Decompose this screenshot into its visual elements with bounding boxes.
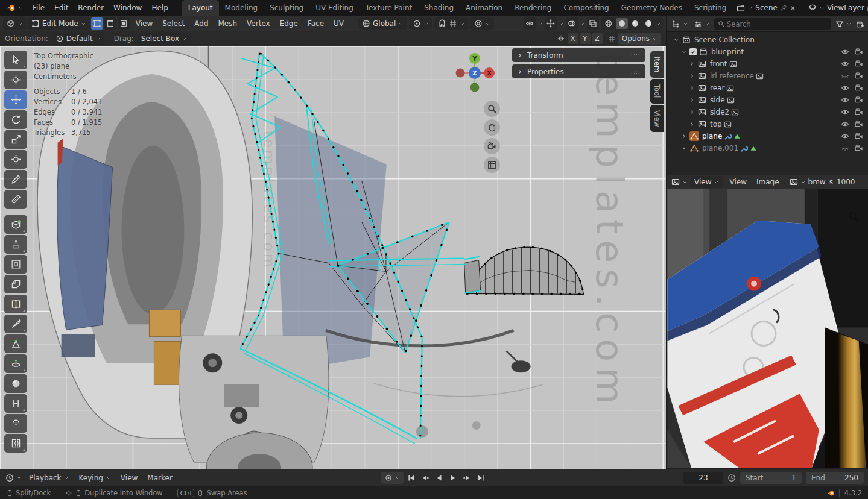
tool-measure[interactable] bbox=[4, 190, 27, 209]
eye-closed-icon[interactable] bbox=[841, 72, 849, 80]
render-visibility-icon[interactable] bbox=[855, 108, 863, 116]
tool-extrude[interactable] bbox=[4, 235, 27, 254]
outliner-filter-button[interactable] bbox=[834, 18, 853, 30]
eye-closed-icon[interactable] bbox=[841, 144, 849, 152]
tool-smooth[interactable] bbox=[4, 374, 27, 393]
auto-keying-button[interactable] bbox=[381, 472, 404, 484]
render-visibility-icon[interactable] bbox=[855, 84, 863, 92]
image-editor-menu-view[interactable]: View bbox=[724, 176, 751, 188]
menu-render[interactable]: Render bbox=[73, 2, 109, 14]
menu-help[interactable]: Help bbox=[147, 2, 173, 14]
panel-drag-grip[interactable]: :::: bbox=[631, 52, 641, 58]
viewport-menu-edge[interactable]: Edge bbox=[275, 17, 303, 30]
tool-scale[interactable] bbox=[4, 130, 27, 149]
shading-solid[interactable] bbox=[616, 18, 628, 29]
tool-add-cube[interactable] bbox=[4, 215, 27, 234]
options-dropdown[interactable]: Options bbox=[618, 33, 661, 45]
scene-selector[interactable]: Scene bbox=[733, 2, 800, 14]
panel-drag-grip[interactable]: :::: bbox=[631, 69, 641, 75]
render-visibility-icon[interactable] bbox=[855, 60, 863, 68]
workspace-tab-geometry-nodes[interactable]: Geometry Nodes bbox=[615, 0, 688, 16]
outliner-row-plane-001[interactable]: plane.001 bbox=[667, 142, 868, 154]
panel-properties[interactable]: Properties:::: bbox=[512, 64, 645, 78]
tool-edge-slide[interactable] bbox=[4, 394, 27, 413]
unlink-scene-icon[interactable] bbox=[790, 5, 796, 11]
tool-loop-cut[interactable] bbox=[4, 295, 27, 313]
image-editor-canvas[interactable] bbox=[667, 189, 868, 468]
shading-rendered[interactable] bbox=[642, 18, 654, 29]
panel-transform[interactable]: Transform:::: bbox=[512, 48, 645, 62]
pin-icon[interactable] bbox=[780, 4, 787, 11]
workspace-tab-modeling[interactable]: Modeling bbox=[219, 0, 264, 16]
sidebar-tab-item[interactable]: Item bbox=[650, 51, 664, 78]
transport-prev-keyframe[interactable] bbox=[419, 472, 432, 484]
mode-selector[interactable]: Edit Mode bbox=[28, 17, 90, 30]
render-visibility-icon[interactable] bbox=[855, 120, 863, 128]
pivot-dropdown[interactable] bbox=[409, 17, 432, 30]
viewport-3d[interactable]: templates.com templates.com bbox=[0, 46, 666, 469]
outliner-row-top[interactable]: top bbox=[667, 118, 868, 130]
menu-edit[interactable]: Edit bbox=[49, 2, 73, 14]
transport-play[interactable] bbox=[447, 472, 460, 484]
outliner-row-side[interactable]: side bbox=[667, 94, 868, 106]
zoom-button[interactable] bbox=[484, 101, 500, 117]
proportional-edit-dropdown[interactable] bbox=[470, 17, 494, 30]
render-visibility-icon[interactable] bbox=[855, 132, 863, 140]
viewport-menu-vertex[interactable]: Vertex bbox=[242, 17, 275, 30]
select-mode-vertex[interactable] bbox=[91, 17, 103, 30]
menu-file[interactable]: File bbox=[28, 2, 49, 14]
expand-icon[interactable] bbox=[688, 109, 695, 115]
workspace-tab-layout[interactable]: Layout bbox=[182, 0, 219, 16]
preview-range-icon[interactable] bbox=[727, 474, 736, 482]
eye-open-icon[interactable] bbox=[841, 108, 849, 116]
editor-type-button[interactable] bbox=[3, 17, 27, 30]
viewport-menu-add[interactable]: Add bbox=[189, 17, 213, 30]
collection-checkbox[interactable] bbox=[689, 48, 697, 55]
orientation-setting-dropdown[interactable]: Default bbox=[52, 33, 104, 45]
tool-annotate[interactable] bbox=[4, 170, 27, 189]
app-menu-button[interactable] bbox=[4, 2, 27, 14]
expand-icon[interactable] bbox=[688, 85, 695, 91]
toggle-xray[interactable] bbox=[587, 17, 599, 30]
viewport-menu-face[interactable]: Face bbox=[303, 17, 329, 30]
expand-icon[interactable] bbox=[688, 61, 695, 67]
outliner-row-scene-collection[interactable]: Scene Collection bbox=[667, 34, 868, 46]
toggle-visibility[interactable] bbox=[524, 17, 536, 30]
sidebar-tab-tool[interactable]: Tool bbox=[650, 79, 664, 103]
viewport-menu-view[interactable]: View bbox=[131, 17, 157, 30]
menu-window[interactable]: Window bbox=[109, 2, 147, 14]
transport-play-reverse[interactable] bbox=[433, 472, 446, 484]
image-editor-menu-image[interactable]: Image bbox=[752, 176, 784, 188]
mirror-axis-x[interactable]: X bbox=[568, 33, 578, 44]
outliner-display-mode-button[interactable] bbox=[692, 18, 711, 30]
viewport-menu-select[interactable]: Select bbox=[157, 17, 189, 30]
eye-open-icon[interactable] bbox=[841, 48, 849, 56]
workspace-tab-sculpting[interactable]: Sculpting bbox=[264, 0, 309, 16]
expand-icon[interactable] bbox=[688, 97, 695, 103]
timeline-menu-view[interactable]: View bbox=[116, 472, 142, 484]
expand-icon[interactable] bbox=[688, 121, 695, 127]
timeline-menu-marker[interactable]: Marker bbox=[142, 472, 177, 484]
outliner-row-irl-reference[interactable]: irl reference bbox=[667, 70, 868, 82]
tool-move[interactable] bbox=[4, 90, 27, 109]
workspace-tab-rendering[interactable]: Rendering bbox=[508, 0, 557, 16]
outliner-editor-type-button[interactable] bbox=[671, 18, 689, 30]
start-frame-field[interactable]: Start 1 bbox=[740, 472, 802, 484]
shading-wireframe[interactable] bbox=[603, 18, 615, 29]
outliner-row-blueprint[interactable]: blueprint bbox=[667, 46, 868, 58]
timeline-menu-keying[interactable]: Keying bbox=[74, 472, 116, 484]
viewlayer-selector[interactable]: ViewLayer bbox=[805, 2, 868, 14]
workspace-tab-scripting[interactable]: Scripting bbox=[688, 0, 732, 16]
workspace-tab-texture-paint[interactable]: Texture Paint bbox=[360, 0, 418, 16]
collapse-icon[interactable] bbox=[680, 49, 688, 55]
workspace-tab-compositing[interactable]: Compositing bbox=[557, 0, 615, 16]
expand-icon[interactable] bbox=[680, 133, 688, 139]
new-collection-icon[interactable] bbox=[856, 20, 864, 28]
outliner-row-rear[interactable]: rear bbox=[667, 82, 868, 94]
tool-transform[interactable] bbox=[4, 150, 27, 169]
shading-material[interactable] bbox=[629, 18, 641, 29]
mirror-axis-y[interactable]: Y bbox=[580, 33, 591, 44]
image-datablock-selector[interactable]: bmw_s_1000_ bbox=[786, 176, 863, 188]
tool-cursor[interactable] bbox=[4, 71, 27, 89]
expand-icon[interactable] bbox=[688, 73, 695, 79]
